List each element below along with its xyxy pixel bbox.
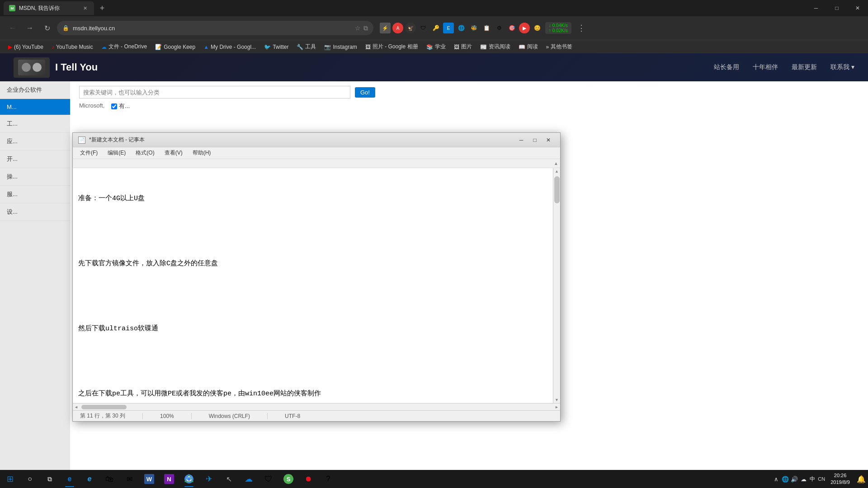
taskbar-app-mail[interactable]: ✉ bbox=[119, 470, 139, 488]
taskbar-taskview-button[interactable]: ⧉ bbox=[40, 470, 60, 488]
taskbar-app-chrome[interactable] bbox=[179, 470, 199, 488]
tray-lang-icon[interactable]: CN bbox=[817, 474, 826, 483]
scroll-left-btn[interactable]: ◄ bbox=[73, 405, 80, 409]
ext-6[interactable]: E bbox=[443, 23, 454, 33]
sidebar-ops[interactable]: 操... bbox=[0, 168, 70, 186]
taskbar-app-onenote[interactable]: N bbox=[159, 470, 179, 488]
nav-item-decade[interactable]: 十年相伴 bbox=[753, 63, 778, 71]
close-button[interactable]: ✕ bbox=[847, 0, 868, 16]
taskbar-app-ie[interactable]: e bbox=[80, 470, 99, 488]
scroll-up-icon[interactable]: ▲ bbox=[554, 161, 558, 166]
h-scroll-thumb[interactable] bbox=[81, 405, 127, 409]
nav-item-backup[interactable]: 站长备用 bbox=[714, 63, 739, 71]
taskbar-start-button[interactable]: ⊞ bbox=[0, 470, 20, 488]
taskbar-app-edge[interactable]: e bbox=[60, 470, 80, 488]
menu-button[interactable]: ⋮ bbox=[574, 21, 589, 35]
notepad-menu-help[interactable]: 帮助(H) bbox=[188, 148, 216, 158]
maximize-button[interactable]: □ bbox=[826, 0, 847, 16]
bookmark-photos[interactable]: 🖼 照片 - Google 相册 bbox=[362, 42, 422, 52]
taskbar-app-word[interactable]: W bbox=[139, 470, 159, 488]
taskbar-app-onedrive2[interactable]: ☁ bbox=[239, 470, 259, 488]
taskbar-app-vpn[interactable]: 🛡 bbox=[259, 470, 278, 488]
bookmark-google-keep[interactable]: 📝 Google Keep bbox=[151, 43, 199, 51]
ext-7[interactable]: 🌐 bbox=[456, 23, 467, 33]
speed-up: ↑ 0.02K/s bbox=[549, 28, 568, 33]
tray-onedrive-tray[interactable]: ☁ bbox=[799, 474, 808, 483]
taskbar-app-record[interactable]: ⏺ bbox=[298, 470, 318, 488]
nav-item-contact[interactable]: 联系我 ▾ bbox=[830, 63, 854, 71]
ext-3[interactable]: 🦅 bbox=[405, 23, 416, 33]
ext-9[interactable]: 📋 bbox=[481, 23, 492, 33]
nav-item-updates[interactable]: 最新更新 bbox=[792, 63, 817, 71]
refresh-button[interactable]: ↻ bbox=[40, 21, 54, 35]
tray-sound-icon[interactable]: 🔊 bbox=[790, 474, 799, 483]
sidebar-tools[interactable]: 工... bbox=[0, 115, 70, 133]
notepad-menu-edit[interactable]: 编辑(E) bbox=[103, 148, 130, 158]
filter-checkbox[interactable] bbox=[111, 103, 117, 109]
bookmark-onedrive[interactable]: ☁ 文件 - OneDrive bbox=[98, 42, 151, 52]
scroll-thumb[interactable] bbox=[554, 176, 560, 203]
star-icon[interactable]: ☆ bbox=[355, 24, 361, 32]
bookmark-instagram[interactable]: 📷 Instagram bbox=[321, 43, 360, 51]
bookmark-news[interactable]: 📰 资讯阅读 bbox=[476, 42, 514, 52]
ext-13[interactable]: 😊 bbox=[532, 23, 542, 33]
ext-8[interactable]: 🐝 bbox=[468, 23, 479, 33]
sidebar-settings[interactable]: 设... bbox=[0, 203, 70, 221]
tray-network-icon[interactable]: 🌐 bbox=[781, 474, 790, 483]
scroll-up-btn[interactable]: ▲ bbox=[554, 168, 560, 174]
back-button[interactable]: ← bbox=[5, 21, 20, 35]
ext-5[interactable]: 🔑 bbox=[430, 23, 441, 33]
notepad-close-button[interactable]: ✕ bbox=[542, 135, 555, 145]
ext-2[interactable]: A bbox=[392, 23, 403, 33]
bookmark-more[interactable]: » 其他书签 bbox=[542, 42, 576, 52]
collection-icon[interactable]: ⧉ bbox=[363, 24, 368, 32]
bookmark-images[interactable]: 🖼 图片 bbox=[450, 42, 476, 52]
taskbar-search-button[interactable]: ○ bbox=[20, 470, 40, 488]
forward-button[interactable]: → bbox=[23, 21, 37, 35]
tray-expand-icon[interactable]: ∧ bbox=[772, 474, 781, 483]
notepad-menu-format[interactable]: 格式(O) bbox=[131, 148, 159, 158]
taskbar-app-unknown[interactable]: ? bbox=[318, 470, 338, 488]
scroll-right-btn[interactable]: ► bbox=[553, 405, 560, 409]
vertical-scrollbar[interactable]: ▲ ▼ bbox=[553, 168, 560, 403]
sidebar-service[interactable]: 服... bbox=[0, 186, 70, 203]
sidebar-enterprise[interactable]: 企业办公软件 bbox=[0, 81, 70, 99]
bookmark-read[interactable]: 📖 阅读 bbox=[515, 42, 542, 52]
ext-11[interactable]: 🎯 bbox=[506, 23, 517, 33]
ext-4[interactable]: 🛡 bbox=[418, 23, 429, 33]
scroll-down-btn[interactable]: ▼ bbox=[554, 397, 560, 403]
ext-1[interactable]: ⚡ bbox=[380, 23, 391, 33]
bookmark-bilibili[interactable]: ▶ (6) YouTube bbox=[5, 43, 47, 51]
sidebar-apps[interactable]: 应... bbox=[0, 133, 70, 150]
bookmark-google-drive[interactable]: ▲ My Drive - Googl... bbox=[200, 43, 259, 51]
taskbar-app-telegram[interactable]: ✈ bbox=[199, 470, 219, 488]
bookmark-twitter[interactable]: 🐦 Twitter bbox=[260, 43, 292, 51]
taskbar-clock[interactable]: 20:26 2019/8/9 bbox=[826, 472, 854, 486]
sidebar-dev[interactable]: 开... bbox=[0, 150, 70, 168]
tray-ime-icon[interactable]: 中 bbox=[808, 474, 817, 483]
go-button[interactable]: Go! bbox=[355, 87, 375, 98]
notepad-text-area[interactable]: 准备：一个4G以上U盘 先下载官方镜像文件，放入除C盘之外的任意盘 然后下载ul… bbox=[73, 168, 553, 403]
notification-button[interactable]: 🔔 bbox=[854, 470, 868, 488]
windows-start-icon: ⊞ bbox=[5, 474, 15, 484]
bookmark-tools[interactable]: 🔧 工具 bbox=[293, 42, 320, 52]
notepad-minimize-button[interactable]: ─ bbox=[515, 135, 528, 145]
horizontal-scrollbar[interactable]: ◄ ► bbox=[73, 403, 560, 410]
search-input[interactable] bbox=[79, 86, 350, 99]
bookmark-youtube-music[interactable]: ♪ YouTube Music bbox=[48, 43, 97, 51]
ext-12[interactable]: ▶ bbox=[519, 23, 530, 33]
address-bar[interactable]: 🔒 msdn.itellyou.cn ☆ ⧉ bbox=[57, 21, 373, 35]
taskbar-app-cursor[interactable]: ↖ bbox=[219, 470, 239, 488]
taskbar-app-store[interactable]: 🛍 bbox=[99, 470, 119, 488]
ext-10[interactable]: ⚙ bbox=[494, 23, 505, 33]
tab-close-button[interactable]: ✕ bbox=[81, 5, 89, 12]
bookmark-study[interactable]: 📚 学业 bbox=[423, 42, 449, 52]
minimize-button[interactable]: ─ bbox=[806, 0, 826, 16]
notepad-maximize-button[interactable]: □ bbox=[528, 135, 541, 145]
notepad-menu-view[interactable]: 查看(V) bbox=[160, 148, 187, 158]
active-tab[interactable]: M MSDN, 我告诉你 ✕ bbox=[4, 1, 94, 15]
notepad-menu-file[interactable]: 文件(F) bbox=[75, 148, 102, 158]
sidebar-msdn[interactable]: M... bbox=[0, 99, 70, 115]
new-tab-button[interactable]: + bbox=[96, 2, 108, 14]
taskbar-app-ss[interactable]: S bbox=[278, 470, 298, 488]
